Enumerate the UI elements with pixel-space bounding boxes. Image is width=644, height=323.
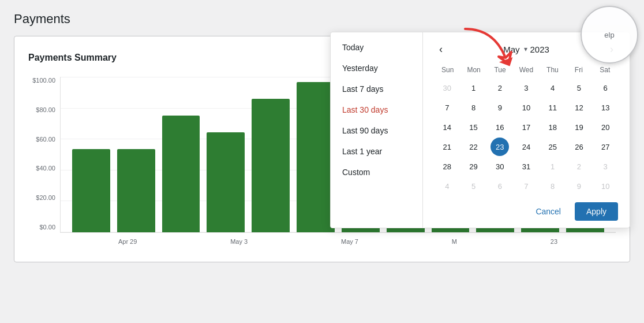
cal-day-5-3[interactable]: 7 bbox=[517, 177, 536, 195]
cal-day-1-6[interactable]: 13 bbox=[596, 98, 615, 117]
y-label-40: $40.00 bbox=[28, 165, 60, 172]
x-label-may3: May 3 bbox=[230, 238, 248, 245]
cal-day-4-2[interactable]: 30 bbox=[491, 157, 509, 176]
weekday-sat: Sat bbox=[592, 64, 618, 76]
bar-3 bbox=[207, 132, 245, 232]
preset-last30[interactable]: Last 30 days bbox=[331, 99, 422, 120]
cal-day-5-6[interactable]: 10 bbox=[596, 177, 615, 195]
preset-today[interactable]: Today bbox=[331, 37, 422, 58]
preset-yesterday[interactable]: Yesterday bbox=[331, 58, 422, 79]
cal-day-2-3[interactable]: 17 bbox=[517, 118, 536, 136]
bar-2 bbox=[162, 116, 200, 232]
x-labels-row: Apr 29 May 3 May 7 M 23 bbox=[72, 238, 604, 245]
cancel-button[interactable]: Cancel bbox=[529, 202, 568, 221]
cal-day-3-0[interactable]: 21 bbox=[438, 138, 456, 156]
x-label-may7: May 7 bbox=[341, 238, 358, 245]
cal-day-5-0[interactable]: 4 bbox=[438, 177, 456, 195]
magnifier-circle: elp bbox=[581, 6, 638, 64]
cal-day-1-5[interactable]: 12 bbox=[570, 98, 588, 117]
cal-day-2-1[interactable]: 15 bbox=[465, 118, 483, 136]
cal-day-3-2[interactable]: 23 bbox=[491, 138, 509, 156]
y-label-100: $100.00 bbox=[28, 77, 60, 84]
date-presets: Today Yesterday Last 7 days Last 30 days… bbox=[331, 32, 423, 228]
cal-day-0-4[interactable]: 4 bbox=[544, 79, 562, 97]
y-label-60: $60.00 bbox=[28, 136, 60, 143]
calendar-days: 3012345678910111213141516171819202122232… bbox=[435, 79, 618, 195]
cal-day-1-3[interactable]: 10 bbox=[517, 98, 536, 117]
cal-day-4-1[interactable]: 29 bbox=[465, 157, 483, 176]
cal-day-3-6[interactable]: 27 bbox=[596, 138, 615, 156]
cal-day-1-4[interactable]: 11 bbox=[544, 98, 562, 117]
month-year-display: May ▾ 2023 bbox=[503, 44, 549, 54]
weekday-tue: Tue bbox=[487, 64, 513, 76]
card-title: Payments Summary bbox=[28, 53, 117, 63]
cal-day-2-4[interactable]: 18 bbox=[544, 118, 562, 136]
cal-day-5-1[interactable]: 5 bbox=[465, 177, 483, 195]
cal-day-1-0[interactable]: 7 bbox=[438, 98, 456, 117]
bar-0 bbox=[72, 149, 110, 232]
dropdown-footer: Cancel Apply bbox=[423, 195, 630, 228]
weekday-thu: Thu bbox=[540, 64, 566, 76]
weekday-fri: Fri bbox=[566, 64, 591, 76]
cal-day-0-1[interactable]: 1 bbox=[465, 79, 483, 97]
year-selector[interactable]: ▾ 2023 bbox=[524, 44, 549, 54]
cal-day-4-3[interactable]: 31 bbox=[517, 157, 536, 176]
cal-day-4-5[interactable]: 2 bbox=[570, 157, 588, 176]
calendar-year: 2023 bbox=[530, 44, 549, 54]
cal-day-3-5[interactable]: 26 bbox=[570, 138, 588, 156]
y-label-0: $0.00 bbox=[28, 224, 60, 231]
bar-5 bbox=[297, 82, 335, 232]
y-label-20: $20.00 bbox=[28, 194, 60, 201]
y-label-80: $80.00 bbox=[28, 106, 60, 113]
apply-button[interactable]: Apply bbox=[575, 202, 618, 221]
calendar-weekdays: Sun Mon Tue Wed Thu Fri Sat bbox=[435, 64, 618, 76]
cal-day-2-5[interactable]: 19 bbox=[570, 118, 588, 136]
cal-day-0-3[interactable]: 3 bbox=[517, 79, 536, 97]
cal-day-3-1[interactable]: 22 bbox=[465, 138, 483, 156]
cal-day-0-2[interactable]: 2 bbox=[491, 79, 509, 97]
calendar-grid: Sun Mon Tue Wed Thu Fri Sat 301234567891… bbox=[435, 64, 618, 195]
preset-last7[interactable]: Last 7 days bbox=[331, 79, 422, 99]
preset-last1year[interactable]: Last 1 year bbox=[331, 141, 422, 162]
y-axis-labels: $100.00 $80.00 $60.00 $40.00 $20.00 $0.0… bbox=[28, 77, 60, 233]
cal-day-2-2[interactable]: 16 bbox=[491, 118, 509, 136]
x-label-m: M bbox=[452, 238, 457, 245]
cal-day-4-6[interactable]: 3 bbox=[596, 157, 615, 176]
caret-down-icon: ▾ bbox=[524, 45, 527, 53]
preset-custom[interactable]: Custom bbox=[331, 162, 422, 183]
cal-day-4-0[interactable]: 28 bbox=[438, 157, 456, 176]
cal-day-0-5[interactable]: 5 bbox=[570, 79, 588, 97]
cal-day-3-3[interactable]: 24 bbox=[517, 138, 536, 156]
page-title: Payments bbox=[14, 12, 630, 27]
help-text-magnified: elp bbox=[604, 31, 614, 39]
cal-day-1-2[interactable]: 9 bbox=[491, 98, 509, 117]
cal-day-0-6[interactable]: 6 bbox=[596, 79, 615, 97]
cal-day-5-2[interactable]: 6 bbox=[491, 177, 509, 195]
cal-day-2-6[interactable]: 20 bbox=[596, 118, 615, 136]
x-axis-labels: Apr 29 May 3 May 7 M 23 bbox=[60, 233, 616, 250]
cal-day-2-0[interactable]: 14 bbox=[438, 118, 456, 136]
calendar-month: May bbox=[503, 44, 519, 54]
cal-day-4-4[interactable]: 1 bbox=[544, 157, 562, 176]
bar-1 bbox=[117, 149, 155, 232]
cal-day-3-4[interactable]: 25 bbox=[544, 138, 562, 156]
cal-day-1-1[interactable]: 8 bbox=[465, 98, 483, 117]
cal-day-5-5[interactable]: 9 bbox=[570, 177, 588, 195]
bar-4 bbox=[252, 99, 290, 232]
date-picker-dropdown: Today Yesterday Last 7 days Last 30 days… bbox=[330, 32, 630, 228]
x-label-apr29: Apr 29 bbox=[118, 238, 137, 245]
weekday-sun: Sun bbox=[435, 64, 460, 76]
cal-day-0-0[interactable]: 30 bbox=[438, 79, 456, 97]
cal-day-5-4[interactable]: 8 bbox=[544, 177, 562, 195]
prev-month-button[interactable]: ‹ bbox=[435, 42, 447, 57]
x-label-23: 23 bbox=[551, 238, 557, 245]
weekday-wed: Wed bbox=[513, 64, 539, 76]
preset-last90[interactable]: Last 90 days bbox=[331, 120, 422, 141]
weekday-mon: Mon bbox=[460, 64, 486, 76]
